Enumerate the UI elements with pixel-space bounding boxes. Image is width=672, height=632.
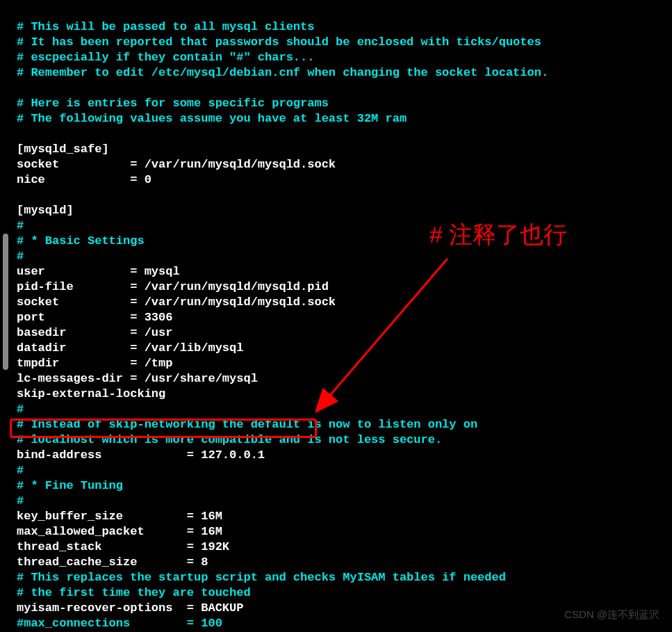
config-line: socket = /var/run/mysqld/mysqld.sock: [17, 295, 548, 310]
config-line: skip-external-locking: [17, 387, 548, 402]
config-line: # the first time they are touched: [17, 585, 548, 601]
config-line: [17, 81, 548, 96]
config-line: pid-file = /var/run/mysqld/mysqld.pid: [17, 279, 548, 295]
config-line: basedir = /usr: [17, 325, 548, 341]
config-line: [17, 188, 548, 203]
config-line: myisam-recover-options = BACKUP: [17, 601, 548, 616]
config-line: thread_cache_size = 8: [17, 555, 548, 570]
config-line: #max_connections = 100: [17, 616, 548, 631]
config-line: # Instead of skip-networking the default…: [17, 417, 548, 432]
config-editor[interactable]: # This will be passed to all mysql clien…: [0, 0, 548, 632]
config-line: # escpecially if they contain "#" chars.…: [17, 50, 548, 65]
config-line: [17, 127, 548, 142]
watermark: CSDN @连不到蓝沢: [564, 607, 659, 622]
config-line: [mysqld]: [17, 203, 548, 218]
config-line: # Remember to edit /etc/mysql/debian.cnf…: [17, 65, 548, 81]
config-line: user = mysql: [17, 264, 548, 279]
config-line: # The following values assume you have a…: [17, 111, 548, 127]
annotation-text: # 注释了也行: [429, 227, 567, 242]
config-line: # This will be passed to all mysql clien…: [17, 19, 548, 35]
config-line: thread_stack = 192K: [17, 540, 548, 555]
config-line: tmpdir = /tmp: [17, 356, 548, 371]
config-line: # This replaces the startup script and c…: [17, 570, 548, 585]
config-line: #: [17, 463, 548, 478]
config-line: key_buffer_size = 16M: [17, 509, 548, 524]
config-line: # It has been reported that passwords sh…: [17, 35, 548, 50]
config-line: [mysqld_safe]: [17, 142, 548, 157]
config-line: lc-messages-dir = /usr/share/mysql: [17, 371, 548, 387]
config-line: datadir = /var/lib/mysql: [17, 341, 548, 356]
config-line: # localhost which is more compatible and…: [17, 432, 548, 448]
config-line: nice = 0: [17, 172, 548, 188]
config-line: # * Fine Tuning: [17, 478, 548, 494]
config-line: #: [17, 249, 548, 264]
config-line: # Here is entries for some specific prog…: [17, 96, 548, 111]
config-line: socket = /var/run/mysqld/mysqld.sock: [17, 157, 548, 172]
config-line: #: [17, 402, 548, 417]
config-line: #: [17, 494, 548, 509]
config-line: max_allowed_packet = 16M: [17, 524, 548, 540]
config-line: port = 3306: [17, 310, 548, 325]
config-line: bind-address = 127.0.0.1: [17, 448, 548, 463]
